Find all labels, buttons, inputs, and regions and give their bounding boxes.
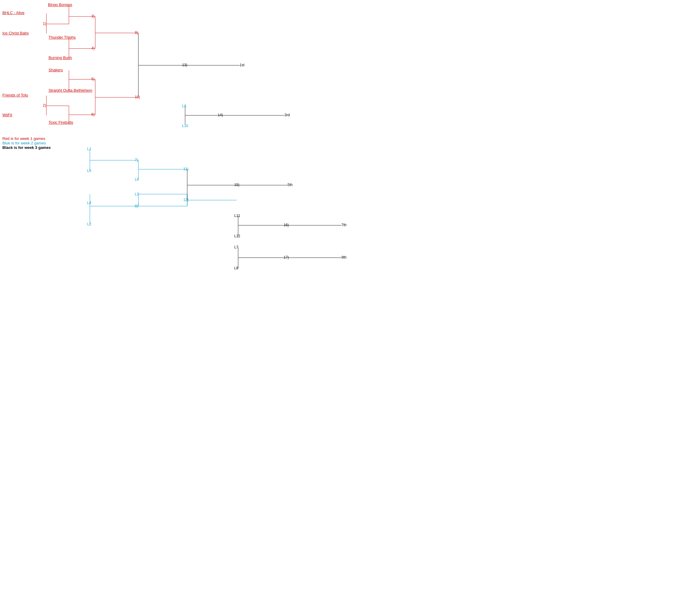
loser-l10: L10 [182, 124, 188, 128]
team-toxic-fireballs: Toxic Fireballs [48, 120, 73, 125]
loser-l6: L6 [135, 177, 139, 182]
place-1st: 1st [240, 63, 245, 67]
game-7-num: 7) [135, 158, 138, 162]
loser-l4: L4 [87, 201, 91, 205]
game-8-num: 8) [135, 204, 138, 208]
team-bhlc-alive: BHLC - Alive [2, 11, 25, 15]
team-shakers: Shakers [48, 68, 63, 72]
game-13-num: 13) [182, 63, 187, 67]
loser-l5: L5 [87, 169, 91, 173]
game-9-num: 9) [135, 30, 138, 35]
game-1-num: 1) [43, 22, 46, 26]
game-2-num: 2) [43, 103, 46, 108]
bracket-lines [0, 0, 350, 294]
team-bingo-bongos: Bingo Bongos [48, 2, 72, 7]
team-friends-of-tofu: Friends of Tofu [2, 93, 28, 97]
game-5-num: 5) [91, 77, 94, 81]
loser-l12: L12 [234, 234, 240, 238]
loser-l7: L7 [234, 245, 238, 249]
game-14-num: 14) [218, 113, 223, 117]
game-16-num: 16) [284, 223, 289, 227]
legend-black: Black is for week 3 games [2, 145, 50, 150]
loser-l1: L1 [87, 147, 91, 151]
loser-l9: L9 [182, 104, 186, 108]
game-11-num: 11) [183, 167, 188, 171]
game-15-num: 15) [234, 183, 239, 187]
place-3rd: 3rd [284, 113, 290, 117]
team-ice-christ-baby: Ice Christ Baby [2, 31, 29, 35]
loser-l11: L11 [234, 214, 240, 218]
legend-blue: Blue is for week 2 games [2, 141, 50, 145]
team-burning-bush: Burning Bush [48, 56, 72, 60]
game-3-num: 3) [91, 14, 94, 18]
loser-l8: L8 [234, 266, 238, 270]
team-straight-outta: Straight Outta Bethlehem [48, 88, 92, 92]
team-thunder-thighs: Thunder Thighs [48, 35, 76, 40]
place-5th: 5th [288, 183, 293, 187]
game-4-num: 4) [91, 46, 94, 50]
place-9th: 9th [341, 255, 346, 259]
legend-red: Red is for week 1 games [2, 136, 50, 141]
loser-l2: L2 [87, 222, 91, 226]
team-wiifit: WiiFit [2, 113, 12, 117]
game-12-num: 12) [183, 198, 188, 202]
game-10-num: 10) [135, 95, 140, 99]
game-6-num: 6) [91, 112, 94, 117]
loser-l3: L3 [135, 192, 139, 196]
place-7th: 7th [341, 223, 346, 227]
bracket-container: Bingo Bongos BHLC - Alive 1) Ice Christ … [0, 0, 350, 294]
legend: Red is for week 1 games Blue is for week… [2, 136, 50, 150]
game-17-num: 17) [284, 255, 289, 259]
